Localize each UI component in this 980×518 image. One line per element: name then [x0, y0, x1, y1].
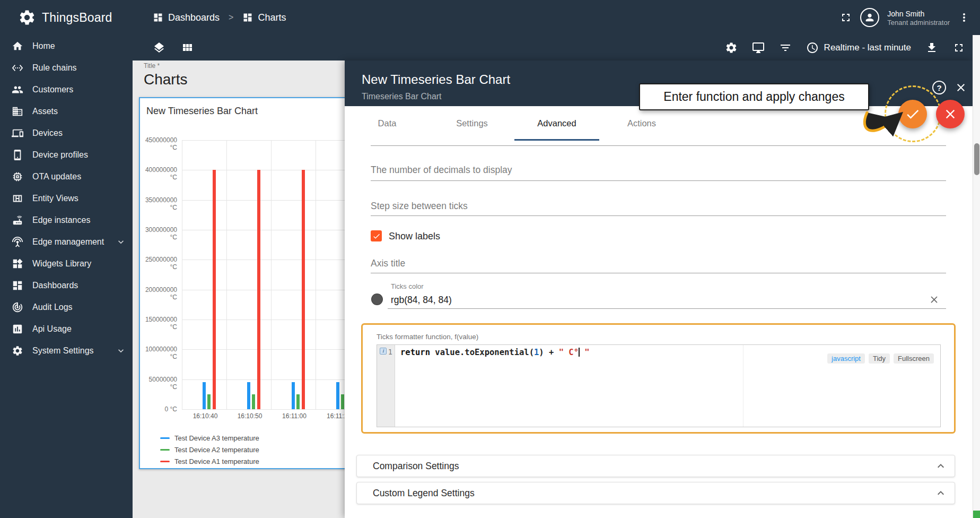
legend-marker	[160, 449, 170, 451]
sidebar-item-label: Audit Logs	[32, 303, 73, 312]
editor-fullscreen-button[interactable]: Fullscreen	[894, 353, 934, 364]
tab-settings[interactable]: Settings	[430, 106, 514, 141]
gridline	[316, 140, 316, 409]
clear-ticks-color-icon[interactable]	[929, 294, 940, 305]
sidebar-item-home[interactable]: Home	[0, 35, 133, 57]
sidebar-item-ota-updates[interactable]: OTA updates	[0, 166, 133, 187]
sidebar-item-edge-management[interactable]: Edge management	[0, 231, 133, 253]
editor-code-area[interactable]: return value.toExponential(1) + " C° " j…	[395, 345, 940, 427]
dashboard-settings-gear-icon[interactable]	[725, 41, 738, 54]
download-icon[interactable]	[925, 41, 938, 54]
help-button[interactable]: ?	[932, 81, 946, 94]
legend-item[interactable]: Test Device A3 temperature	[160, 434, 259, 442]
legend-item[interactable]: Test Device A1 temperature	[160, 457, 259, 465]
axis-title-field[interactable]: Axis title	[371, 258, 405, 269]
dashboard-fullscreen-icon[interactable]	[952, 41, 965, 54]
avatar[interactable]	[860, 8, 879, 27]
gridline	[182, 140, 182, 409]
dashboard-icon	[242, 12, 253, 23]
code-token: 1	[534, 348, 539, 357]
legend-label: Test Device A1 temperature	[174, 457, 259, 465]
sidebar-item-api-usage[interactable]: Api Usage	[0, 318, 133, 340]
sidebar-item-audit-logs[interactable]: Audit Logs	[0, 296, 133, 318]
sidebar-item-rule-chains[interactable]: Rule chains	[0, 57, 133, 79]
sidebar-item-edge-instances[interactable]: Edge instances	[0, 209, 133, 231]
rule-chains-icon	[12, 62, 23, 74]
sidebar-item-label: Customers	[32, 85, 73, 94]
sidebar-item-system-settings[interactable]: System Settings	[0, 340, 133, 361]
chevron-down-icon	[116, 237, 126, 247]
show-labels-checkbox[interactable]	[371, 230, 382, 241]
legend-label: Test Device A3 temperature	[174, 434, 259, 442]
line-number: 1	[388, 348, 392, 356]
y-axis-label: 100000000 °C	[140, 346, 177, 360]
layers-icon[interactable]	[153, 41, 165, 54]
section-comparison-settings[interactable]: Comparison Settings	[356, 455, 955, 477]
bar	[203, 382, 206, 409]
app-header: ThingsBoard Dashboards > Charts John Smi…	[0, 0, 980, 35]
sidebar-item-customers[interactable]: Customers	[0, 79, 133, 100]
step-size-field[interactable]: Step size between ticks	[371, 201, 468, 212]
formatter-function-label: Ticks formatter function, f(value)	[377, 333, 478, 341]
dashboard-title-input[interactable]: Charts	[144, 71, 187, 88]
code-token: value.toExponential(	[435, 348, 534, 357]
y-axis-label: 150000000 °C	[140, 316, 177, 331]
breadcrumb-link-dashboards[interactable]: Dashboards	[168, 12, 220, 23]
tab-actions[interactable]: Actions	[599, 106, 684, 141]
code-token: "	[580, 348, 590, 357]
sidebar-item-devices[interactable]: Devices	[0, 122, 133, 144]
chevron-up-icon[interactable]	[934, 460, 947, 472]
code-token: " C°	[559, 348, 579, 357]
tidy-button[interactable]: Tidy	[869, 353, 890, 364]
code-editor[interactable]: i 1 return value.toExponential(1) + " C°…	[377, 344, 941, 427]
close-panel-icon[interactable]	[955, 81, 967, 94]
legend-item[interactable]: Test Device A2 temperature	[160, 446, 259, 454]
dashboard-icon	[153, 12, 163, 23]
toolbar-left	[153, 41, 194, 54]
filter-icon[interactable]	[779, 41, 792, 54]
user-menu-icon[interactable]	[958, 11, 970, 24]
sidebar-item-label: Devices	[32, 128, 63, 138]
header-fullscreen-icon[interactable]	[839, 11, 852, 24]
code-token: ) +	[539, 348, 558, 357]
view-quilt-icon	[12, 193, 23, 204]
scrollbar-thumb[interactable]	[974, 143, 979, 175]
x-axis-label: 16:10:50	[228, 412, 272, 420]
sidebar-item-label: Dashboards	[32, 281, 78, 290]
grid-view-icon[interactable]	[181, 41, 194, 54]
info-annotation-icon: i	[380, 348, 387, 355]
sidebar-item-device-profiles[interactable]: Device profiles	[0, 144, 133, 166]
formatter-highlight-box: Ticks formatter function, f(value) i 1 r…	[361, 323, 956, 434]
thingsboard-logo[interactable]: ThingsBoard	[0, 8, 133, 27]
tab-data[interactable]: Data	[345, 106, 430, 141]
section-custom-legend-settings[interactable]: Custom Legend Settings	[356, 482, 955, 504]
decimals-field[interactable]: The number of decimals to display	[371, 165, 512, 176]
ticks-color-input[interactable]: rgb(84, 84, 84)	[391, 295, 452, 306]
scrollbar-corner-artifact	[973, 511, 980, 518]
field-underline	[388, 308, 946, 309]
chevron-up-icon[interactable]	[934, 487, 947, 499]
bar	[302, 170, 305, 409]
ticks-color-swatch[interactable]	[371, 293, 383, 305]
widget-title: New Timeseries Bar Chart	[146, 106, 258, 117]
timewindow-button[interactable]: Realtime - last minute	[806, 41, 911, 54]
scrollbar[interactable]	[973, 35, 980, 518]
timewindow-label: Realtime - last minute	[824, 42, 911, 53]
language-badge: javascript	[827, 353, 865, 364]
ticks-color-label: Ticks color	[391, 282, 424, 290]
discard-changes-button[interactable]	[936, 100, 965, 128]
field-underline	[371, 215, 946, 216]
sidebar-item-assets[interactable]: Assets	[0, 100, 133, 122]
sidebar-item-entity-views[interactable]: Entity Views	[0, 187, 133, 209]
chart-icon	[12, 323, 23, 335]
y-axis-label: 0 °C	[140, 405, 177, 413]
sidebar-item-dashboards[interactable]: Dashboards	[0, 274, 133, 296]
code-token: return	[400, 348, 435, 357]
manage-layouts-icon[interactable]	[752, 41, 765, 54]
sidebar-item-widgets-library[interactable]: Widgets Library	[0, 253, 133, 274]
track-changes-icon	[12, 301, 23, 313]
tab-advanced[interactable]: Advanced	[514, 106, 599, 141]
chart-legend: Test Device A3 temperatureTest Device A2…	[160, 434, 259, 469]
panel-title: New Timeseries Bar Chart	[362, 72, 510, 87]
apply-changes-button[interactable]	[898, 100, 927, 128]
